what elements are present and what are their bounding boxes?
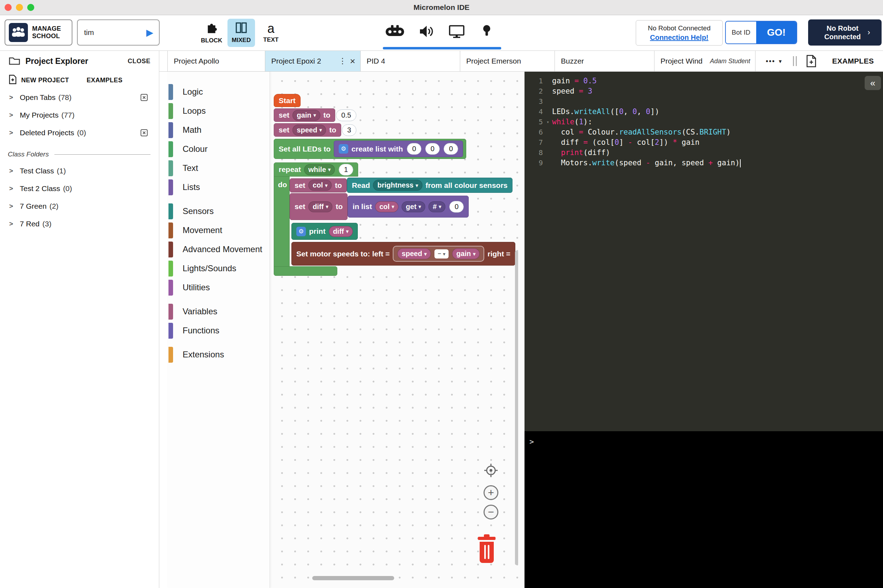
zoom-in-button[interactable]: + [484, 485, 498, 500]
tab-project-wind[interactable]: Project WindAdam Student [655, 51, 756, 71]
python-editor[interactable]: 1gain = 0.52speed = 334LEDs.writeAll([0,… [525, 72, 883, 431]
block-create-list[interactable]: ⚙ create list with 0 0 0 [334, 141, 463, 157]
monitor-button[interactable] [445, 20, 468, 43]
repeat-loop-bottom[interactable] [274, 266, 337, 276]
variable-block[interactable]: col▾ [375, 201, 399, 212]
new-project-button[interactable]: NEW PROJECT [21, 76, 69, 84]
sidebar-close-button[interactable]: CLOSE [127, 58, 150, 65]
number-input[interactable]: 3 [342, 124, 356, 136]
number-input[interactable]: 0 [449, 201, 464, 213]
class-folder-test-2-class[interactable]: >Test 2 Class(0) [0, 180, 159, 197]
palette-category-variables[interactable]: Variables [168, 302, 270, 321]
mutator-gear-icon[interactable]: ⚙ [296, 227, 306, 236]
new-tab-button[interactable] [800, 54, 823, 68]
block-set-motor-speeds[interactable]: Set motor speeds to: left = speed▾ −▾ ga… [291, 242, 515, 266]
play-icon[interactable]: ▶ [146, 27, 153, 38]
palette-category-colour[interactable]: Colour [168, 140, 270, 159]
canvas-vertical-scrollbar[interactable] [515, 251, 518, 565]
tab-pid-4[interactable]: PID 4 [361, 51, 460, 71]
robot-connection-panel[interactable]: No Robot Connected › [808, 20, 882, 45]
operator-dropdown[interactable]: −▾ [435, 249, 448, 258]
connection-help-link[interactable]: Connection Help! [650, 33, 709, 42]
palette-category-functions[interactable]: Functions [168, 321, 270, 340]
variable-dropdown[interactable]: col▾ [308, 180, 332, 191]
tab-project-epoxi-2[interactable]: Project Epoxi 2⋮× [265, 51, 361, 71]
block-set-all-leds[interactable]: Set all LEDs to ⚙ create list with 0 0 0 [274, 139, 466, 159]
number-input[interactable]: 0 [407, 143, 421, 154]
clear-open-tabs-icon[interactable] [140, 93, 148, 102]
block-set-diff[interactable]: set diff▾ to [289, 193, 348, 220]
student-search-field[interactable]: ▶ [77, 20, 160, 45]
variable-block[interactable]: gain▾ [452, 248, 480, 259]
number-input[interactable]: 0 [425, 143, 440, 154]
tab-close-icon[interactable]: × [350, 56, 355, 67]
tab-project-apollo[interactable]: Project Apollo [168, 51, 265, 71]
block-canvas[interactable]: Start set gain▾ to 0.5 set [270, 72, 525, 588]
repeat-loop-body[interactable] [274, 176, 289, 267]
block-read-colour-sensors[interactable]: Read brightness▾ from all colour sensors [347, 178, 513, 193]
number-input[interactable]: 0 [444, 143, 458, 154]
palette-category-utilities[interactable]: Utilities [168, 278, 270, 297]
light-button[interactable] [475, 20, 498, 43]
canvas-horizontal-scrollbar[interactable] [312, 576, 394, 580]
palette-category-logic[interactable]: Logic [168, 82, 270, 101]
palette-category-extensions[interactable]: Extensions [168, 345, 270, 364]
palette-category-advanced-movement[interactable]: Advanced Movement [168, 240, 270, 259]
block-set-col[interactable]: set col▾ to [289, 178, 347, 192]
class-folder-test-class[interactable]: >Test Class(1) [0, 162, 159, 180]
collapse-editor-button[interactable]: « [865, 76, 881, 90]
sensor-mode-dropdown[interactable]: brightness▾ [373, 180, 422, 191]
student-search-input[interactable] [83, 28, 146, 37]
number-input[interactable]: 1 [339, 164, 353, 176]
loop-mode-dropdown[interactable]: while▾ [304, 164, 335, 175]
number-input[interactable]: 0.5 [336, 110, 356, 121]
speaker-button[interactable] [415, 20, 438, 43]
mode-block-button[interactable]: BLOCK [198, 19, 225, 47]
bot-id-field[interactable] [726, 21, 756, 44]
palette-category-lights-sounds[interactable]: Lights/Sounds [168, 259, 270, 278]
console-output[interactable]: > [525, 431, 883, 588]
mutator-gear-icon[interactable]: ⚙ [339, 144, 348, 154]
mode-mixed-button[interactable]: MIXED [228, 19, 255, 47]
palette-category-math[interactable]: Math [168, 120, 270, 140]
class-folder-7-green[interactable]: >7 Green(2) [0, 197, 159, 215]
palette-category-sensors[interactable]: Sensors [168, 202, 270, 221]
bot-id-input[interactable] [727, 28, 755, 37]
tab-project-emerson[interactable]: Project Emerson [460, 51, 555, 71]
variable-block[interactable]: speed▾ [397, 248, 431, 259]
trash-can[interactable] [476, 534, 498, 566]
palette-category-lists[interactable]: Lists [168, 178, 270, 197]
mode-text-button[interactable]: a TEXT [257, 19, 285, 47]
sidebar-group-my-projects[interactable]: >My Projects(77) [0, 106, 159, 124]
tab-overflow-button[interactable]: ••• ▾ [757, 57, 790, 65]
block-print[interactable]: ⚙ print diff▾ [291, 223, 358, 240]
recenter-button[interactable] [484, 463, 498, 479]
variable-dropdown[interactable]: gain▾ [292, 110, 320, 121]
tab-kebab-icon[interactable]: ⋮ [339, 57, 346, 66]
tab-buzzer[interactable]: Buzzer [555, 51, 655, 71]
palette-category-loops[interactable]: Loops [168, 101, 270, 120]
palette-category-text[interactable]: Text [168, 159, 270, 178]
go-button[interactable]: GO! [756, 21, 796, 44]
sidebar-group-deleted-projects[interactable]: >Deleted Projects(0) [0, 124, 159, 142]
fold-caret-icon[interactable]: ▾ [546, 117, 549, 127]
block-set-speed[interactable]: set speed▾ to [274, 123, 341, 136]
class-folder-7-red[interactable]: >7 Red(3) [0, 215, 159, 233]
empty-trash-icon[interactable] [140, 129, 148, 137]
block-in-list-get[interactable]: in list col▾ get▾ #▾ 0 [348, 196, 469, 218]
index-mode-dropdown[interactable]: #▾ [429, 201, 445, 212]
block-set-gain[interactable]: set gain▾ to [274, 108, 335, 122]
variable-dropdown[interactable]: diff▾ [308, 201, 332, 212]
list-op-dropdown[interactable]: get▾ [402, 201, 425, 212]
variable-dropdown[interactable]: speed▾ [292, 124, 326, 136]
block-repeat-while[interactable]: repeat while▾ 1 [274, 162, 358, 177]
manage-school-button[interactable]: MANAGE SCHOOL [4, 20, 72, 45]
variable-block[interactable]: diff▾ [329, 226, 353, 237]
sidebar-examples-button[interactable]: EXAMPLES [87, 76, 122, 84]
sidebar-group-open-tabs[interactable]: >Open Tabs(78) [0, 88, 159, 106]
palette-category-movement[interactable]: Movement [168, 221, 270, 240]
block-start[interactable]: Start [274, 94, 301, 107]
examples-button[interactable]: EXAMPLES [823, 57, 883, 65]
robot-controller-button[interactable] [384, 20, 406, 43]
zoom-out-button[interactable]: − [484, 505, 498, 519]
